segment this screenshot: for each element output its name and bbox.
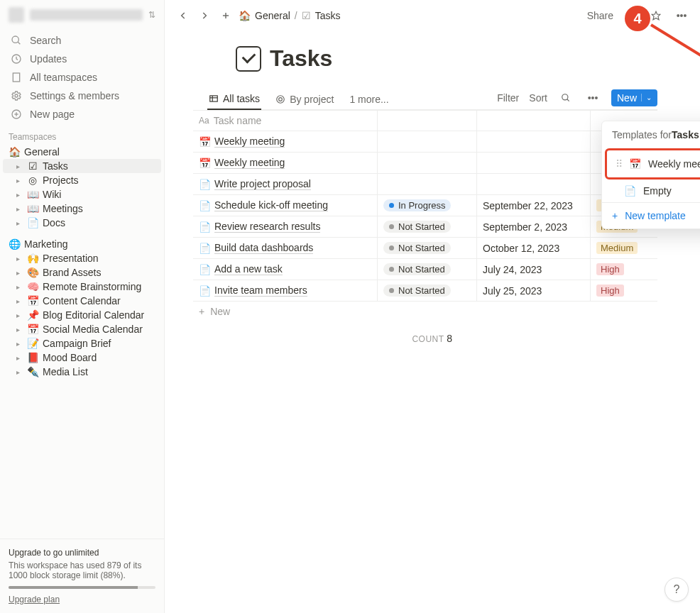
- chevron-down-icon[interactable]: ⌄: [641, 94, 652, 101]
- templates-popup: Templates for Tasks ? ⠿ 📅 Weekly meeting…: [601, 121, 700, 229]
- drag-handle-icon[interactable]: ⠿: [616, 158, 621, 170]
- search-icon[interactable]: [557, 89, 574, 106]
- chevron-right-icon[interactable]: ▸: [13, 326, 23, 333]
- count-row: COUNT 8: [207, 321, 657, 355]
- chevron-right-icon[interactable]: ▸: [13, 368, 23, 376]
- popup-title-bold: Tasks: [672, 129, 699, 140]
- share-button[interactable]: Share: [587, 10, 613, 21]
- task-name[interactable]: Write project proposal: [214, 178, 311, 190]
- table-row[interactable]: 📄Build data dashboards Not Started Octob…: [193, 238, 657, 259]
- view-tab-all-tasks[interactable]: All tasks: [207, 89, 261, 110]
- chevron-right-icon[interactable]: ▸: [13, 177, 23, 184]
- chevron-right-icon[interactable]: ▸: [13, 297, 23, 305]
- sidebar-page-item[interactable]: ▸🧠Remote Brainstorming: [3, 280, 161, 294]
- column-header-date[interactable]: [477, 111, 591, 131]
- sidebar-page-item[interactable]: ▸📅Content Calendar: [3, 294, 161, 308]
- view-tab-more[interactable]: 1 more...: [348, 89, 390, 109]
- sidebar-page-item[interactable]: ▸🎨Brand Assets: [3, 265, 161, 280]
- table-row[interactable]: 📄Write project proposal: [193, 174, 657, 195]
- page-emoji-icon: 📌: [26, 309, 40, 321]
- chevron-right-icon[interactable]: ▸: [13, 283, 23, 291]
- more-icon[interactable]: •••: [673, 7, 690, 24]
- nav-teamspaces[interactable]: All teamspaces: [3, 68, 161, 87]
- status-pill: In Progress: [383, 199, 451, 211]
- more-icon[interactable]: •••: [584, 89, 601, 106]
- table-row[interactable]: 📄Add a new task Not Started July 24, 202…: [193, 259, 657, 280]
- task-name[interactable]: Invite team members: [214, 285, 307, 297]
- template-item-weekly-meeting[interactable]: ⠿ 📅 Weekly meeting •••: [605, 148, 700, 180]
- task-name[interactable]: Weekly meeting: [214, 157, 285, 169]
- sidebar-page-item[interactable]: ▸✒️Media List: [3, 365, 161, 379]
- breadcrumb-parent[interactable]: General: [255, 10, 290, 21]
- chevron-right-icon[interactable]: ▸: [13, 191, 23, 199]
- sidebar-page-item[interactable]: ▸📅Social Media Calendar: [3, 322, 161, 336]
- nav-updates[interactable]: Updates: [3, 50, 161, 68]
- task-name[interactable]: Schedule kick-off meeting: [214, 199, 328, 211]
- column-header-name[interactable]: Aa Task name: [193, 111, 378, 131]
- breadcrumb-separator: /: [295, 10, 297, 21]
- chevron-right-icon[interactable]: ▸: [13, 311, 23, 319]
- tree-label: Docs: [43, 217, 157, 228]
- page-emoji-icon: 🎨: [26, 267, 40, 278]
- help-fab[interactable]: ?: [665, 578, 689, 602]
- chevron-right-icon[interactable]: ▸: [13, 219, 23, 227]
- nav-search[interactable]: Search: [3, 31, 161, 50]
- back-button[interactable]: [175, 7, 192, 24]
- table-row[interactable]: 📄Schedule kick-off meeting In Progress S…: [193, 195, 657, 216]
- sidebar-page-item[interactable]: ▸📖Wiki: [3, 187, 161, 201]
- upgrade-plan-link[interactable]: Upgrade plan: [9, 595, 155, 604]
- tree-label: General: [24, 146, 157, 158]
- priority-tag: High: [596, 263, 624, 275]
- sort-button[interactable]: Sort: [529, 92, 547, 104]
- teamspace-marketing[interactable]: 🌐 Marketing: [3, 237, 161, 251]
- page-icon[interactable]: [236, 46, 261, 72]
- new-button[interactable]: New ⌄: [611, 89, 657, 106]
- nav-label: Search: [30, 35, 61, 46]
- column-header-status[interactable]: [378, 111, 477, 131]
- sidebar-page-item[interactable]: ▸☑Tasks: [3, 159, 161, 173]
- chevron-right-icon[interactable]: ▸: [13, 354, 23, 362]
- filter-button[interactable]: Filter: [497, 92, 519, 104]
- status-pill: Not Started: [383, 221, 451, 233]
- nav-settings[interactable]: Settings & members: [3, 87, 161, 105]
- table-row[interactable]: 📅Weekly meeting: [193, 131, 657, 153]
- sidebar-page-item[interactable]: ▸🙌Presentation: [3, 251, 161, 265]
- chevron-right-icon[interactable]: ▸: [13, 205, 23, 213]
- task-name[interactable]: Build data dashboards: [214, 242, 313, 254]
- view-tab-by-project[interactable]: By project: [274, 89, 335, 109]
- breadcrumb-page[interactable]: Tasks: [315, 10, 341, 21]
- building-icon: [10, 71, 23, 84]
- page-emoji-icon: 🧠: [26, 281, 40, 292]
- table-row[interactable]: 📄Review research results Not Started Sep…: [193, 216, 657, 238]
- template-item-empty[interactable]: ⠿ 📄 Empty DEFAULT •••: [602, 180, 700, 202]
- sidebar-page-item[interactable]: ▸◎Projects: [3, 173, 161, 187]
- task-icon: 📄: [199, 264, 210, 275]
- task-name[interactable]: Review research results: [214, 221, 320, 233]
- task-date: July 25, 2023: [477, 280, 591, 301]
- svg-line-22: [567, 99, 569, 101]
- new-row-button[interactable]: + New: [193, 302, 657, 321]
- nav-new-page[interactable]: New page: [3, 105, 161, 123]
- forward-button[interactable]: [196, 7, 213, 24]
- new-tab-button[interactable]: [217, 7, 234, 24]
- new-template-button[interactable]: + New template: [602, 203, 700, 228]
- workspace-switcher[interactable]: ⇅: [0, 0, 164, 30]
- sidebar-page-item[interactable]: ▸📕Mood Board: [3, 350, 161, 365]
- task-name[interactable]: Add a new task: [214, 263, 283, 275]
- sidebar-page-item[interactable]: ▸📖Meetings: [3, 201, 161, 216]
- page-title[interactable]: Tasks: [270, 45, 332, 72]
- table-row[interactable]: 📄Invite team members Not Started July 25…: [193, 280, 657, 302]
- task-name[interactable]: Weekly meeting: [214, 136, 285, 148]
- chevron-right-icon[interactable]: ▸: [13, 255, 23, 263]
- chevron-right-icon[interactable]: ▸: [13, 340, 23, 348]
- sidebar-page-item[interactable]: ▸📄Docs: [3, 216, 161, 230]
- chevron-right-icon[interactable]: ▸: [13, 162, 23, 170]
- sidebar-page-item[interactable]: ▸📝Campaign Brief: [3, 336, 161, 350]
- task-icon: 📄: [199, 179, 210, 190]
- teamspace-general[interactable]: 🏠 General: [3, 145, 161, 159]
- sidebar-page-item[interactable]: ▸📌Blog Editorial Calendar: [3, 308, 161, 322]
- chevron-right-icon[interactable]: ▸: [13, 269, 23, 277]
- table-row[interactable]: 📅Weekly meeting: [193, 153, 657, 174]
- page-emoji-icon: 📖: [26, 189, 40, 200]
- svg-line-1: [18, 42, 20, 44]
